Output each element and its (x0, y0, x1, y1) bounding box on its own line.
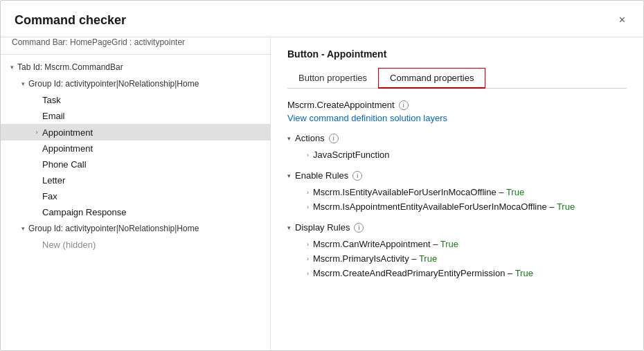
tree-item-appointment-parent[interactable]: ›Appointment (1, 124, 270, 141)
dialog-body: Command Bar: HomePageGrid : activitypoin… (1, 37, 643, 350)
item-text: Mscrm.IsAppointmentEntityAvailableForUse… (313, 201, 575, 212)
tree-item-label: Tab Id: Mscrm.CommandBar (17, 62, 123, 72)
tabs-row: Button properties Command properties (287, 68, 627, 89)
tree-scroll[interactable]: Command Bar: HomePageGrid : activitypoin… (1, 37, 270, 350)
item-chevron-icon: › (307, 204, 309, 210)
section-item: ›JavaScriptFunction (287, 147, 627, 162)
item-text: JavaScriptFunction (313, 150, 390, 160)
tree-item-fax[interactable]: Fax (1, 188, 270, 204)
section-item: ›Mscrm.CanWriteAppointment – True (287, 237, 627, 251)
item-chevron-icon: › (307, 270, 309, 277)
chevron-down-icon: ▾ (287, 135, 291, 142)
tree-item-label: Campaign Response (42, 207, 126, 217)
section-enable-rules: ▾Enable Rulesi›Mscrm.IsEntityAvailableFo… (287, 170, 627, 214)
dialog-header: Command checker × (1, 1, 643, 37)
section-info-icon[interactable]: i (354, 223, 364, 233)
view-solution-link[interactable]: View command definition solution layers (287, 113, 447, 123)
tree-item-group-id-2[interactable]: ▾Group Id: activitypointer|NoRelationshi… (1, 220, 270, 237)
tree-item-label: Task (42, 95, 61, 105)
button-title: Button - Appointment (287, 48, 627, 60)
tree-item-phone-call[interactable]: Phone Call (1, 156, 270, 172)
section-actions: ▾Actionsi›JavaScriptFunction (287, 133, 627, 162)
chevron-icon: ▾ (17, 223, 28, 234)
right-panel: Button - Appointment Button properties C… (271, 37, 643, 350)
tree-item-email[interactable]: Email (1, 108, 270, 124)
left-panel: Command Bar: HomePageGrid : activitypoin… (1, 37, 271, 350)
command-bar-subtitle: Command Bar: HomePageGrid : activitypoin… (1, 37, 270, 55)
section-item: ›Mscrm.CreateAndReadPrimaryEntityPermiss… (287, 266, 627, 280)
tab-command-properties[interactable]: Command properties (378, 68, 485, 89)
section-info-icon[interactable]: i (329, 134, 339, 143)
chevron-down-icon: ▾ (287, 172, 291, 179)
tree-item-new-hidden[interactable]: New (hidden) (1, 237, 270, 253)
tree-item-label: Email (42, 111, 65, 121)
item-value: True (557, 201, 575, 212)
tree-item-label: Group Id: activitypointer|NoRelationship… (28, 224, 199, 233)
item-chevron-icon: › (307, 255, 309, 262)
tree-item-appointment-child[interactable]: Appointment (1, 141, 270, 156)
item-chevron-icon: › (307, 152, 309, 159)
chevron-icon: ▾ (17, 78, 28, 89)
section-info-icon[interactable]: i (352, 171, 362, 181)
item-text: Mscrm.CreateAndReadPrimaryEntityPermissi… (313, 268, 533, 278)
sections-container: ▾Actionsi›JavaScriptFunction▾Enable Rule… (287, 133, 627, 280)
tab-button-properties[interactable]: Button properties (287, 68, 378, 89)
section-header-enable-rules[interactable]: ▾Enable Rulesi (287, 170, 627, 181)
tree-item-letter[interactable]: Letter (1, 172, 270, 188)
item-value: True (419, 253, 437, 264)
tree-item-group-id-1[interactable]: ▾Group Id: activitypointer|NoRelationshi… (1, 75, 270, 92)
chevron-down-icon: ▾ (287, 224, 291, 231)
section-item: ›Mscrm.IsAppointmentEntityAvailableForUs… (287, 199, 627, 214)
tree-item-label: Fax (42, 191, 57, 201)
tree-container: ▾Tab Id: Mscrm.CommandBar▾Group Id: acti… (1, 59, 270, 253)
item-chevron-icon: › (307, 189, 309, 196)
tree-item-label: Group Id: activitypointer|NoRelationship… (28, 79, 199, 89)
section-label-text: Display Rules (295, 222, 350, 233)
chevron-icon: › (31, 127, 42, 138)
command-name-row: Mscrm.CreateAppointment i (287, 100, 627, 110)
item-value: True (506, 187, 524, 197)
dialog-title: Command checker (15, 13, 126, 28)
tree-item-task[interactable]: Task (1, 92, 270, 108)
tree-item-label: Appointment (42, 143, 93, 154)
section-item: ›Mscrm.PrimaryIsActivity – True (287, 251, 627, 266)
tree-item-tab-id[interactable]: ▾Tab Id: Mscrm.CommandBar (1, 59, 270, 75)
item-text: Mscrm.PrimaryIsActivity – True (313, 253, 437, 264)
item-value: True (515, 268, 533, 278)
tree-item-label: Appointment (42, 127, 93, 138)
item-value: True (440, 239, 458, 249)
tree-item-label: Phone Call (42, 159, 87, 170)
tree-item-label: New (hidden) (42, 240, 96, 250)
command-name-info-icon[interactable]: i (399, 100, 409, 110)
section-label-text: Enable Rules (295, 170, 348, 181)
item-text: Mscrm.CanWriteAppointment – True (313, 239, 458, 249)
section-item: ›Mscrm.IsEntityAvailableForUserInMocaOff… (287, 185, 627, 199)
section-label-text: Actions (295, 133, 325, 143)
tree-item-label: Letter (42, 175, 65, 186)
close-button[interactable]: × (615, 12, 629, 28)
command-checker-dialog: Command checker × Command Bar: HomePageG… (0, 0, 644, 351)
section-header-display-rules[interactable]: ▾Display Rulesi (287, 222, 627, 233)
chevron-icon: ▾ (6, 62, 17, 73)
item-text: Mscrm.IsEntityAvailableForUserInMocaOffl… (313, 187, 524, 197)
command-name-text: Mscrm.CreateAppointment (287, 100, 395, 110)
item-chevron-icon: › (307, 241, 309, 248)
section-display-rules: ▾Display Rulesi›Mscrm.CanWriteAppointmen… (287, 222, 627, 280)
section-header-actions[interactable]: ▾Actionsi (287, 133, 627, 143)
tree-item-campaign-response[interactable]: Campaign Response (1, 204, 270, 220)
